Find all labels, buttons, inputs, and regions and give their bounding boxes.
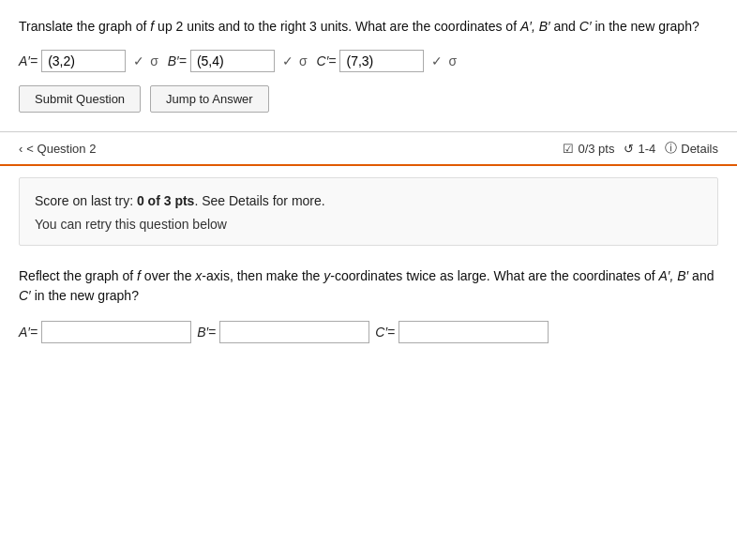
question-nav-row: ‹ < Question 2 ☑ 0/3 pts ↺ 1-4 ⓘ Details — [0, 132, 737, 166]
retry-text: 1-4 — [638, 142, 655, 156]
a-prime-check-icon: ✓ — [133, 53, 144, 68]
retry-badge: ↺ 1-4 — [624, 142, 655, 156]
bottom-a-prime-input[interactable] — [41, 321, 191, 343]
question-nav-label[interactable]: < Question 2 — [26, 142, 96, 156]
bottom-b-prime-input[interactable] — [219, 321, 369, 343]
score-box: Score on last try: 0 of 3 pts. See Detai… — [19, 177, 718, 246]
bottom-answer-row: A′= B′= C′= — [19, 321, 718, 343]
submit-question-button[interactable]: Submit Question — [19, 85, 141, 113]
retry-icon: ↺ — [624, 142, 634, 156]
a-prime-group: A′= ✓ σ — [19, 50, 158, 72]
a-prime-label: A′= — [19, 53, 38, 68]
info-icon: ⓘ — [665, 140, 677, 157]
bottom-b-prime-label: B′= — [197, 325, 216, 340]
a-prime-input[interactable] — [41, 50, 126, 72]
checkbox-icon: ☑ — [563, 142, 574, 156]
bottom-a-prime-label: A′= — [19, 325, 38, 340]
bottom-question-text: Reflect the graph of f over the x-axis, … — [19, 266, 718, 306]
details-badge[interactable]: ⓘ Details — [665, 140, 718, 157]
bottom-c-prime-group: C′= — [375, 321, 549, 343]
b-prime-input[interactable] — [190, 50, 275, 72]
bottom-a-prime-group: A′= — [19, 321, 191, 343]
b-prime-check-icon: ✓ — [282, 53, 293, 68]
chevron-left-icon: ‹ — [19, 142, 23, 156]
b-prime-group: B′= ✓ σ — [168, 50, 308, 72]
c-prime-check-icon: ✓ — [431, 53, 443, 68]
question-nav-left[interactable]: ‹ < Question 2 — [19, 142, 96, 156]
top-question-text: Translate the graph of f up 2 units and … — [19, 17, 718, 37]
b-prime-label: B′= — [168, 53, 187, 68]
score-box-line1: Score on last try: 0 of 3 pts. See Detai… — [35, 191, 702, 211]
c-prime-group: C′= ✓ σ — [317, 50, 458, 72]
c-prime-sigma-icon[interactable]: σ — [448, 53, 457, 68]
bottom-b-prime-group: B′= — [197, 321, 369, 343]
details-text[interactable]: Details — [681, 142, 718, 156]
bottom-section: Reflect the graph of f over the x-axis, … — [0, 257, 737, 362]
bottom-c-prime-label: C′= — [375, 325, 395, 340]
score-text: 0/3 pts — [578, 142, 614, 156]
c-prime-input[interactable] — [339, 50, 424, 72]
bottom-c-prime-input[interactable] — [399, 321, 549, 343]
top-section: Translate the graph of f up 2 units and … — [0, 0, 737, 131]
b-prime-sigma-icon[interactable]: σ — [299, 53, 308, 68]
score-box-line2: You can retry this question below — [35, 217, 702, 232]
score-badge: ☑ 0/3 pts — [563, 142, 614, 156]
buttons-row: Submit Question Jump to Answer — [19, 85, 718, 113]
jump-to-answer-button[interactable]: Jump to Answer — [150, 85, 269, 113]
a-prime-sigma-icon[interactable]: σ — [150, 53, 158, 68]
question-nav-right: ☑ 0/3 pts ↺ 1-4 ⓘ Details — [563, 140, 718, 157]
answer-row: A′= ✓ σ B′= ✓ σ C′= ✓ σ — [19, 50, 718, 72]
score-bold: 0 of 3 pts — [137, 193, 194, 208]
c-prime-label: C′= — [317, 53, 337, 68]
